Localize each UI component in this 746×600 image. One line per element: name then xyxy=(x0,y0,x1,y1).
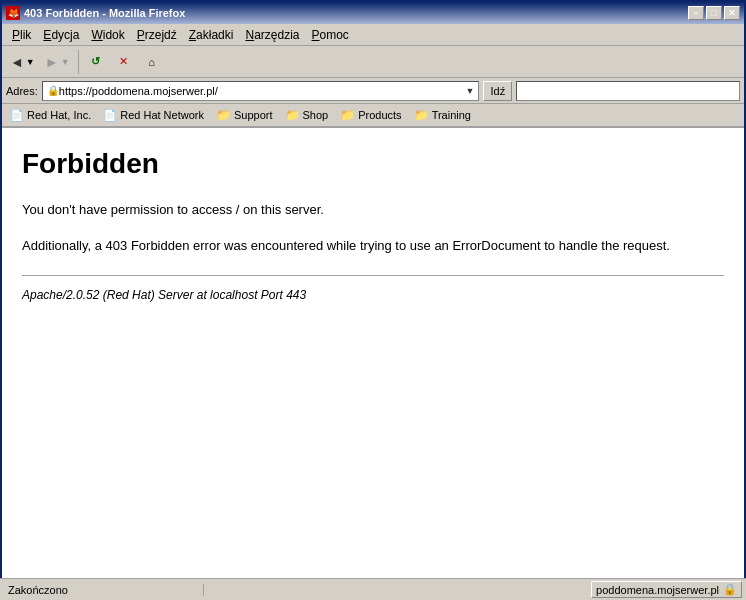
address-label: Adres: xyxy=(6,85,38,97)
menu-file[interactable]: Plik xyxy=(6,26,37,44)
bookmark-shop[interactable]: 📁 Shop xyxy=(281,106,333,124)
menu-help[interactable]: Pomoc xyxy=(306,26,355,44)
browser-window: 🦊 403 Forbidden - Mozilla Firefox − □ ✕ … xyxy=(0,0,746,600)
close-button[interactable]: ✕ xyxy=(724,6,740,20)
page-title: Forbidden xyxy=(22,148,724,184)
firefox-icon: 🦊 xyxy=(6,6,20,20)
back-dropdown-icon: ▼ xyxy=(26,57,35,67)
forward-arrow-icon: ► xyxy=(45,54,59,70)
title-bar: 🦊 403 Forbidden - Mozilla Firefox − □ ✕ xyxy=(2,2,744,24)
bookmark-label-5: Products xyxy=(358,109,401,121)
title-bar-text: 🦊 403 Forbidden - Mozilla Firefox xyxy=(6,6,185,20)
bookmark-products[interactable]: 📁 Products xyxy=(336,106,405,124)
address-input[interactable] xyxy=(59,85,464,97)
home-icon: ⌂ xyxy=(148,56,155,68)
file-icon-2: 📄 xyxy=(103,109,117,122)
status-text: Zakończono xyxy=(4,584,204,596)
menu-view[interactable]: Widok xyxy=(85,26,130,44)
menu-bar: Plik Edycja Widok Przejdź Zakładki Narzę… xyxy=(2,24,744,46)
reload-button[interactable]: ↺ xyxy=(83,49,109,75)
navigation-toolbar: ◄ ▼ ► ▼ ↺ ✕ ⌂ xyxy=(2,46,744,78)
folder-icon-training: 📁 xyxy=(414,108,429,122)
bookmarks-bar: 📄 Red Hat, Inc. 📄 Red Hat Network 📁 Supp… xyxy=(2,104,744,128)
menu-bookmarks[interactable]: Zakładki xyxy=(183,26,240,44)
title-bar-buttons: − □ ✕ xyxy=(688,6,740,20)
folder-icon-shop: 📁 xyxy=(285,108,300,122)
back-button[interactable]: ◄ ▼ xyxy=(6,49,39,75)
divider xyxy=(22,275,724,276)
bookmark-label-6: Training xyxy=(432,109,471,121)
page-content: Forbidden You don't have permission to a… xyxy=(2,128,744,590)
separator-1 xyxy=(78,50,79,74)
menu-go[interactable]: Przejdź xyxy=(131,26,183,44)
maximize-button[interactable]: □ xyxy=(706,6,722,20)
error-message-1: You don't have permission to access / on… xyxy=(22,200,724,220)
bookmark-red-hat-network[interactable]: 📄 Red Hat Network xyxy=(99,107,208,124)
home-button[interactable]: ⌂ xyxy=(139,49,165,75)
reload-icon: ↺ xyxy=(91,55,100,68)
bookmark-label: Red Hat, Inc. xyxy=(27,109,91,121)
go-button[interactable]: Idź xyxy=(483,81,512,101)
error-message-2: Additionally, a 403 Forbidden error was … xyxy=(22,236,724,256)
bookmark-label-2: Red Hat Network xyxy=(120,109,204,121)
search-input[interactable] xyxy=(521,85,735,97)
domain-text: poddomena.mojserwer.pl xyxy=(596,584,719,596)
status-bar: Zakończono poddomena.mojserwer.pl 🔒 xyxy=(0,578,746,600)
lock-icon: 🔒 xyxy=(47,85,59,96)
window-title: 403 Forbidden - Mozilla Firefox xyxy=(24,7,185,19)
bookmark-label-4: Shop xyxy=(303,109,329,121)
address-bar: Adres: 🔒 ▼ Idź xyxy=(2,78,744,104)
ssl-icon: 🔒 xyxy=(723,583,737,596)
menu-tools[interactable]: Narzędzia xyxy=(239,26,305,44)
back-arrow-icon: ◄ xyxy=(10,54,24,70)
search-input-wrap xyxy=(516,81,740,101)
status-domain: poddomena.mojserwer.pl 🔒 xyxy=(591,581,742,598)
server-info: Apache/2.0.52 (Red Hat) Server at localh… xyxy=(22,288,724,302)
bookmark-redhat-inc[interactable]: 📄 Red Hat, Inc. xyxy=(6,107,95,124)
bookmark-support[interactable]: 📁 Support xyxy=(212,106,277,124)
bookmark-label-3: Support xyxy=(234,109,273,121)
folder-icon-support: 📁 xyxy=(216,108,231,122)
forward-button[interactable]: ► ▼ xyxy=(41,49,74,75)
address-input-wrap: 🔒 ▼ xyxy=(42,81,480,101)
go-label: Idź xyxy=(490,85,505,97)
bookmark-training[interactable]: 📁 Training xyxy=(410,106,475,124)
folder-icon-products: 📁 xyxy=(340,108,355,122)
stop-icon: ✕ xyxy=(119,55,128,68)
minimize-button[interactable]: − xyxy=(688,6,704,20)
address-dropdown-icon[interactable]: ▼ xyxy=(466,86,475,96)
forward-dropdown-icon: ▼ xyxy=(61,57,70,67)
file-icon: 📄 xyxy=(10,109,24,122)
menu-edit[interactable]: Edycja xyxy=(37,26,85,44)
stop-button[interactable]: ✕ xyxy=(111,49,137,75)
